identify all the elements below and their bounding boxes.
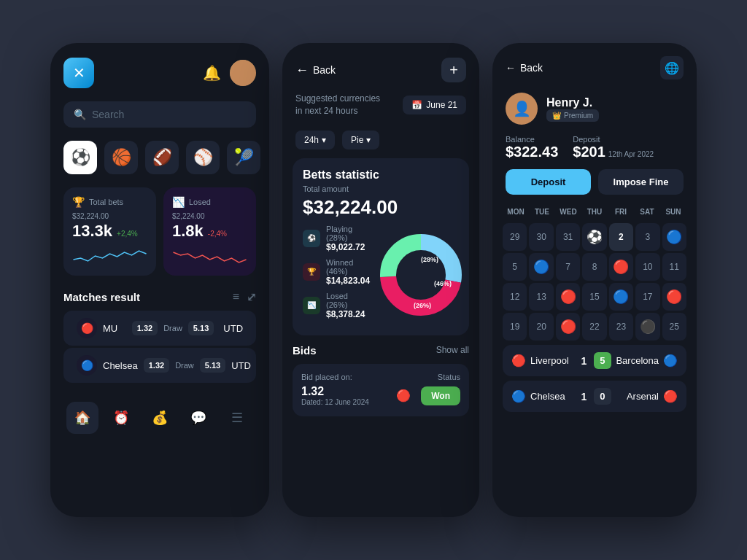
bid-odd: 1.32 <box>301 385 369 398</box>
team-barcelona: Barcelona 🔵 <box>616 354 678 368</box>
avatar[interactable] <box>230 60 256 86</box>
cal-cell-logo[interactable]: 🔵 <box>662 223 686 251</box>
add-btn[interactable]: + <box>441 58 466 82</box>
cal-grid: 29 30 31 ⚽ 2 3 🔵 5 🔵 7 8 🔴 10 11 12 13 🔴… <box>503 223 686 341</box>
cal-cell-logo[interactable]: 🔴 <box>662 283 686 311</box>
cal-cell-logo[interactable]: 🔵 <box>529 253 553 281</box>
bids-section: Bids Show all Bid placed on: Status 1.32… <box>282 335 479 425</box>
phone2-header: ← Back + <box>282 43 479 93</box>
trophy-icon: 🏆 <box>72 196 85 208</box>
cal-cell[interactable]: 19 <box>503 313 527 341</box>
lost-bets-chart <box>172 245 247 267</box>
cal-cell-logo[interactable]: 🔴 <box>556 283 580 311</box>
stat-content: ⚽ Playing (28%) $9,022.72 🏆 Winned (46%)… <box>303 225 459 325</box>
cal-cell[interactable]: 29 <box>503 223 527 251</box>
action-row: Deposit Impose Fine <box>492 169 697 205</box>
match-result-chelsea[interactable]: 🔵 Chelsea 1 0 Arsenal 🔴 <box>503 381 686 412</box>
filter-time[interactable]: 24h ▾ <box>295 131 335 149</box>
cal-cell-logo[interactable]: 🔴 <box>609 253 633 281</box>
phone2-back-label: Back <box>313 64 336 76</box>
cal-cell[interactable]: 5 <box>503 253 527 281</box>
nav-home[interactable]: 🏠 <box>66 402 98 434</box>
cal-cell-today[interactable]: 2 <box>609 223 633 251</box>
liverpool-score: 1 <box>578 355 589 367</box>
lost-dot: 📉 <box>303 297 320 314</box>
cal-cell[interactable]: 8 <box>582 253 606 281</box>
match-row-mu[interactable]: 🔴 MU 1.32 Draw 5.13 UTD <box>63 311 256 346</box>
chelsea2-score: 1 <box>578 391 589 402</box>
bid-right: 🔴 Won <box>392 384 460 408</box>
cal-cell-logo[interactable]: 🔵 <box>609 283 633 311</box>
filter-chart[interactable]: Pie ▾ <box>342 131 379 149</box>
lost-icon: 📉 <box>172 196 185 208</box>
cal-cell-logo[interactable]: ⚽ <box>582 223 606 251</box>
match-row-chelsea[interactable]: 🔵 Chelsea 1.32 Draw 5.13 UTD <box>63 348 256 383</box>
cal-cell-logo[interactable]: 🔴 <box>556 313 580 341</box>
chevron-down-icon2: ▾ <box>366 135 371 145</box>
total-bets-value: 13.3k <box>72 222 112 241</box>
deposit-btn[interactable]: Deposit <box>506 169 591 195</box>
balance-item: Balance $322.43 <box>506 135 558 160</box>
cal-cell[interactable]: 30 <box>529 223 553 251</box>
nav-menu[interactable]: ☰ <box>221 402 253 434</box>
cal-tue: TUE <box>529 205 555 219</box>
sport-basketball[interactable]: 🏀 <box>104 141 138 174</box>
mu-draw: Draw <box>163 324 182 332</box>
date-badge[interactable]: 📅 June 21 <box>403 96 466 114</box>
chelsea-odd2[interactable]: 5.13 <box>200 358 225 373</box>
premium-badge: 👑 Premium <box>546 109 599 122</box>
mu-odd1[interactable]: 1.32 <box>132 321 158 335</box>
sport-soccer[interactable]: ⚽ <box>63 141 97 174</box>
cal-cell[interactable]: 10 <box>635 253 659 281</box>
cal-cell[interactable]: 31 <box>556 223 580 251</box>
globe-btn[interactable]: 🌐 <box>660 56 684 79</box>
expand-icon[interactable]: ⤢ <box>247 290 256 304</box>
liverpool-logo: 🔴 <box>511 354 526 368</box>
cal-cell[interactable]: 13 <box>529 283 553 311</box>
cal-sun: SUN <box>660 205 686 219</box>
sport-tennis[interactable]: 🎾 <box>227 141 260 174</box>
cal-cell-logo[interactable]: ⚫ <box>635 313 659 341</box>
matches-title: Matches result <box>63 291 140 303</box>
mu-odd2[interactable]: 5.13 <box>188 321 214 335</box>
calendar: MON TUE WED THU FRI SAT SUN 29 30 31 ⚽ 2… <box>492 205 697 341</box>
date-info-line1: Suggested currencies <box>295 93 380 105</box>
show-all-btn[interactable]: Show all <box>436 345 469 355</box>
chelsea-name: Chelsea <box>103 360 138 371</box>
total-bets-change: +2,4% <box>117 230 138 238</box>
cal-cell[interactable]: 23 <box>609 313 633 341</box>
phone2-back-btn[interactable]: ← Back <box>295 63 336 78</box>
cal-cell[interactable]: 7 <box>556 253 580 281</box>
filter-icon[interactable]: ≡ <box>233 290 239 304</box>
cal-cell[interactable]: 22 <box>582 313 606 341</box>
deposit-value: $201 <box>573 144 605 160</box>
cal-cell[interactable]: 12 <box>503 283 527 311</box>
matches-controls: ≡ ⤢ <box>233 290 256 304</box>
cal-cell[interactable]: 15 <box>582 283 606 311</box>
cal-cell[interactable]: 17 <box>635 283 659 311</box>
cal-cell[interactable]: 20 <box>529 313 553 341</box>
nav-clock[interactable]: ⏰ <box>105 402 137 434</box>
cal-cell[interactable]: 3 <box>635 223 659 251</box>
cal-cell[interactable]: 11 <box>662 253 686 281</box>
match1-score2: 5 <box>594 352 611 369</box>
app-logo[interactable]: ✕ <box>63 58 94 88</box>
search-bar[interactable]: 🔍 Search <box>63 101 256 128</box>
cal-cell[interactable]: 25 <box>662 313 686 341</box>
bid-card-body: 1.32 Dated: 12 June 2024 🔴 Won <box>301 384 460 408</box>
sport-baseball[interactable]: ⚾ <box>186 141 220 174</box>
chelsea-team2: UTD <box>231 360 251 371</box>
nav-wallet[interactable]: 💰 <box>144 402 176 434</box>
search-placeholder: Search <box>92 109 124 120</box>
fine-btn[interactable]: Impose Fine <box>598 169 684 195</box>
cal-fri: FRI <box>608 205 634 219</box>
bell-icon[interactable]: 🔔 <box>203 64 221 82</box>
balance-row: Balance $322.43 Deposit $201 12th Apr 20… <box>492 135 697 169</box>
sport-football[interactable]: 🏈 <box>145 141 179 174</box>
phone3-back-btn[interactable]: ← Back <box>506 62 543 74</box>
match-result-liverpool[interactable]: 🔴 Liverpool 1 5 Barcelona 🔵 <box>503 345 686 376</box>
svg-text:(26%): (26%) <box>414 302 431 309</box>
chelsea-odd1[interactable]: 1.32 <box>144 358 169 373</box>
sports-filter: ⚽ 🏀 🏈 ⚾ 🎾 <box>50 133 269 182</box>
nav-chat[interactable]: 💬 <box>182 402 214 434</box>
